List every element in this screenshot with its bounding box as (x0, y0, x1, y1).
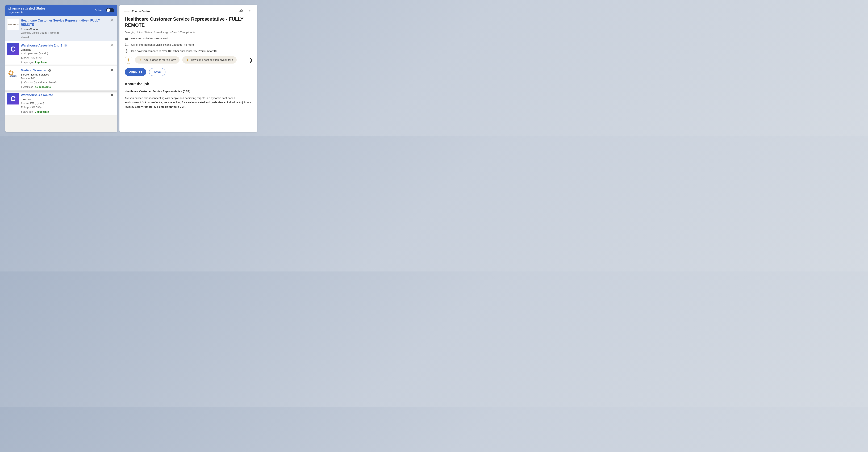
info-compare-text: See how you compare to over 100 other ap… (131, 50, 193, 53)
detail-company-name[interactable]: PharmaCentra (132, 9, 150, 12)
briefcase-icon (125, 37, 128, 40)
job-meta-time: 6 days ago (21, 110, 33, 113)
about-body-bold: fully remote, full-time Healthcare CSR (137, 105, 185, 108)
ai-prompt-pill[interactable]: How can I best position myself for t (182, 56, 237, 64)
close-icon (111, 69, 114, 72)
detail-panel: PHARMACENTRA PharmaCentra Healthcare Cus… (119, 5, 257, 132)
svg-point-12 (126, 50, 127, 52)
alert-toggle[interactable] (106, 8, 114, 12)
job-title-link[interactable]: Healthcare Customer Service Representati… (21, 19, 114, 27)
svg-line-17 (125, 50, 126, 50)
svg-point-4 (248, 10, 249, 11)
job-title-link[interactable]: Warehouse Associate 2nd Shift (21, 43, 114, 47)
svg-point-6 (250, 10, 251, 11)
svg-rect-9 (125, 39, 128, 39)
ai-prompt-text: Am I a good fit for this job? (144, 58, 176, 61)
svg-rect-8 (126, 37, 127, 38)
dismiss-button[interactable] (110, 43, 114, 47)
sparkle-icon (186, 59, 189, 61)
job-meta: 1 week ago · 15 applicants (21, 86, 114, 88)
job-meta: 4 days ago · 1 applicant (21, 61, 114, 64)
about-heading: About the job (125, 82, 252, 86)
job-title-text: Medical Screener (21, 68, 46, 72)
company-logo: C (7, 43, 19, 55)
share-icon (239, 9, 243, 13)
company-logo-small: PHARMACENTRA (125, 9, 130, 12)
search-title: pharma in United States (8, 6, 45, 10)
share-button[interactable] (238, 8, 243, 13)
job-card[interactable]: BioLife Medical Screener BioLife Plasma … (5, 66, 117, 91)
job-company: BioLife Plasma Services (21, 73, 114, 76)
search-count: 26,358 results (8, 11, 45, 14)
company-logo: C (7, 93, 19, 104)
set-alert-label: Set alert (95, 9, 104, 12)
close-icon (111, 44, 114, 47)
job-meta: 6 days ago · 0 applicants (21, 110, 114, 113)
ai-prompt-pill[interactable]: Am I a good fit for this job? (135, 56, 180, 64)
about-subheading: Healthcare Customer Service Representati… (125, 90, 252, 93)
job-card[interactable]: C Warehouse Associate Cencora Aurora, CO… (5, 91, 117, 116)
svg-point-5 (249, 10, 250, 11)
job-location: Shakopee, MN (Hybrid) (21, 52, 114, 55)
close-icon (111, 19, 114, 22)
premium-link[interactable]: Try Premium for ₹0 (193, 50, 216, 53)
dismiss-button[interactable] (110, 18, 114, 23)
info-compare: See how you compare to over 100 other ap… (125, 49, 252, 53)
more-icon (248, 10, 251, 11)
dismiss-button[interactable] (110, 68, 114, 72)
info-skills: Skills: Interpersonal Skills, Phone Etiq… (125, 43, 252, 47)
job-salary: $18/hr · 401(k), Vision, +1 benefit (21, 81, 114, 84)
search-header: pharma in United States 26,358 results S… (5, 5, 117, 16)
apply-button[interactable]: Apply (125, 68, 146, 76)
job-applicants: 0 applicants (35, 110, 49, 113)
lightbulb-icon (125, 49, 128, 53)
sparkle-icon (139, 59, 142, 61)
more-button[interactable] (247, 8, 252, 13)
info-work-type: Remote · Full-time · Entry level (125, 37, 252, 40)
checklist-icon (125, 43, 128, 47)
job-company: Cencora (21, 48, 114, 51)
sparkle-icon (127, 58, 130, 62)
about-body: Are you excited about connecting with pe… (125, 96, 252, 109)
job-applicants: 15 applicants (35, 86, 51, 88)
prompts-scroll-right[interactable]: ❯ (248, 57, 252, 63)
ai-prompt-text: How can I best position myself for t (191, 58, 232, 61)
svg-text:BioLife: BioLife (9, 75, 17, 77)
dismiss-button[interactable] (110, 93, 114, 97)
detail-job-title: Healthcare Customer Service Representati… (125, 16, 252, 28)
job-title-link[interactable]: Medical Screener (21, 68, 114, 72)
job-company: PharmaCentra (21, 28, 114, 31)
job-applicants: 1 applicant (35, 61, 48, 64)
company-logo: BioLife (7, 68, 19, 80)
job-card[interactable]: PHARMACENTRA Healthcare Customer Service… (5, 16, 117, 41)
ai-prompts-row: Am I a good fit for this job? How can I … (125, 56, 252, 64)
ai-sparkle-button[interactable] (125, 56, 132, 64)
job-card[interactable]: C Warehouse Associate 2nd Shift Cencora … (5, 41, 117, 66)
svg-line-19 (125, 52, 126, 52)
about-body-text: . (185, 105, 186, 108)
info-skills-text: Skills: Interpersonal Skills, Phone Etiq… (131, 43, 194, 46)
svg-line-20 (127, 50, 128, 50)
detail-subline: Georgia, United States · 2 weeks ago · O… (125, 31, 252, 34)
job-title-link[interactable]: Warehouse Associate (21, 93, 114, 97)
job-company: Cencora (21, 98, 114, 101)
svg-line-18 (127, 52, 128, 52)
company-logo: PHARMACENTRA (7, 19, 19, 30)
external-link-icon (139, 71, 142, 73)
toggle-knob (106, 8, 110, 12)
close-icon (111, 93, 114, 97)
results-list[interactable]: PHARMACENTRA Healthcare Customer Service… (5, 16, 117, 132)
apply-label: Apply (129, 70, 137, 74)
job-location: Towson, MD (21, 77, 114, 80)
job-salary: $28K/yr - $42.5K/yr (21, 106, 114, 109)
save-button[interactable]: Save (149, 68, 165, 76)
results-panel: pharma in United States 26,358 results S… (5, 5, 117, 132)
verified-badge-icon (48, 69, 51, 72)
job-location: Georgia, United States (Remote) (21, 31, 114, 34)
job-location: Aurora, CO (Hybrid) (21, 101, 114, 104)
job-meta-time: 4 days ago (21, 61, 33, 64)
info-work-text: Remote · Full-time · Entry level (131, 37, 168, 40)
job-meta-time: 1 week ago (21, 86, 33, 88)
job-salary: $28K/yr - $42.5K/yr (21, 56, 114, 59)
job-status: Viewed (21, 36, 114, 39)
